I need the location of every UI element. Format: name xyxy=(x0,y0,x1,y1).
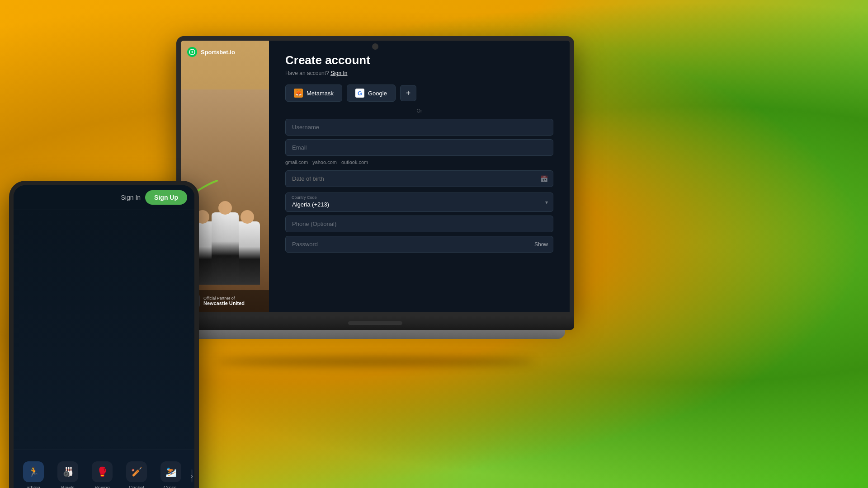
metamask-button[interactable]: 🦊 Metamask xyxy=(285,84,342,102)
email-input[interactable] xyxy=(285,139,553,156)
country-label: Country Code xyxy=(292,195,317,200)
sport-item-bowls[interactable]: 🎳 Bowls xyxy=(52,457,84,488)
have-account-text: Have an account? xyxy=(285,70,329,76)
bowls-icon: 🎳 xyxy=(57,461,78,482)
laptop-foot xyxy=(185,330,565,339)
cross-icon: ⛷️ xyxy=(160,461,181,482)
chevron-down-icon: ▾ xyxy=(545,199,548,206)
sport-item-cricket[interactable]: 🏏 Cricket xyxy=(120,457,153,488)
cricket-icon: 🏏 xyxy=(126,461,147,482)
outlook-suggestion[interactable]: outlook.com xyxy=(341,160,368,165)
country-select[interactable]: Algeria (+213) xyxy=(285,192,553,212)
phone-sports-bar: 🏃 athlon 🎳 Bowls 🥊 Boxing 🏏 Cricket ⛷️ xyxy=(14,450,194,488)
left-panel-header: Sportsbet.io xyxy=(181,41,269,63)
cricket-label: Cricket xyxy=(129,485,144,488)
dob-wrapper: 📅 xyxy=(285,170,553,187)
show-password-button[interactable]: Show xyxy=(534,241,548,248)
phone-screen: Sign In Sign Up 🏃 athlon 🎳 Bowls 🥊 Boxin… xyxy=(14,185,194,488)
sports-chevron[interactable]: › xyxy=(191,469,193,483)
laptop-base xyxy=(176,316,574,330)
password-wrapper: Show xyxy=(285,236,553,253)
laptop-camera xyxy=(372,43,378,50)
phone-header: Sign In Sign Up xyxy=(14,185,194,210)
laptop-shadow xyxy=(216,357,534,366)
metamask-label: Metamask xyxy=(307,90,334,97)
laptop-screen: Sportsbet.io ⚽ Off xyxy=(181,41,570,312)
athlon-label: athlon xyxy=(27,485,40,488)
footballer-right xyxy=(235,221,260,285)
boxing-label: Boxing xyxy=(94,485,110,488)
bowls-label: Bowls xyxy=(61,485,74,488)
more-social-button[interactable]: + xyxy=(400,85,416,101)
partner-name: Newcastle United xyxy=(203,300,245,306)
laptop-device: Sportsbet.io ⚽ Off xyxy=(176,36,574,361)
form-title: Create account xyxy=(285,53,553,67)
partner-label: Official Partner of xyxy=(203,296,245,300)
or-divider: Or xyxy=(285,108,553,113)
social-buttons-row: 🦊 Metamask G Google + xyxy=(285,84,553,102)
phone-device: Sign In Sign Up 🏃 athlon 🎳 Bowls 🥊 Boxin… xyxy=(9,181,199,488)
phone-signup-button[interactable]: Sign Up xyxy=(145,190,187,205)
google-icon: G xyxy=(355,89,364,98)
footballer-center xyxy=(212,212,239,285)
metamask-icon: 🦊 xyxy=(294,89,303,98)
sportsbet-name: Sportsbet.io xyxy=(201,49,235,56)
yahoo-suggestion[interactable]: yahoo.com xyxy=(312,160,337,165)
password-input[interactable] xyxy=(285,236,553,253)
laptop-frame: Sportsbet.io ⚽ Off xyxy=(176,36,574,316)
form-subtitle: Have an account? Sign In xyxy=(285,70,553,76)
calendar-icon: 📅 xyxy=(540,175,548,183)
partner-text: Official Partner of Newcastle United xyxy=(203,296,245,306)
athlon-icon: 🏃 xyxy=(23,461,44,482)
dob-input[interactable] xyxy=(285,170,553,187)
phone-main-content xyxy=(14,210,194,450)
right-panel: Create account Have an account? Sign In … xyxy=(269,41,570,312)
sport-item-cross[interactable]: ⛷️ Cross- xyxy=(155,457,187,488)
boxing-icon: 🥊 xyxy=(92,461,113,482)
phone-signin-button[interactable]: Sign In xyxy=(121,194,141,201)
gmail-suggestion[interactable]: gmail.com xyxy=(285,160,308,165)
google-label: Google xyxy=(368,90,387,97)
sportsbet-logo-icon xyxy=(187,47,197,57)
email-suggestions: gmail.com yahoo.com outlook.com xyxy=(285,160,553,165)
plus-icon: + xyxy=(406,89,411,98)
cross-label: Cross- xyxy=(164,485,178,488)
country-wrapper: Country Code Algeria (+213) ▾ xyxy=(285,192,553,212)
signin-link[interactable]: Sign In xyxy=(330,70,347,76)
username-input[interactable] xyxy=(285,119,553,136)
phone-input[interactable] xyxy=(285,216,553,232)
sport-item-boxing[interactable]: 🥊 Boxing xyxy=(86,457,118,488)
google-button[interactable]: G Google xyxy=(347,84,396,102)
sport-item-athlon[interactable]: 🏃 athlon xyxy=(17,457,50,488)
phone-frame: Sign In Sign Up 🏃 athlon 🎳 Bowls 🥊 Boxin… xyxy=(9,181,199,488)
